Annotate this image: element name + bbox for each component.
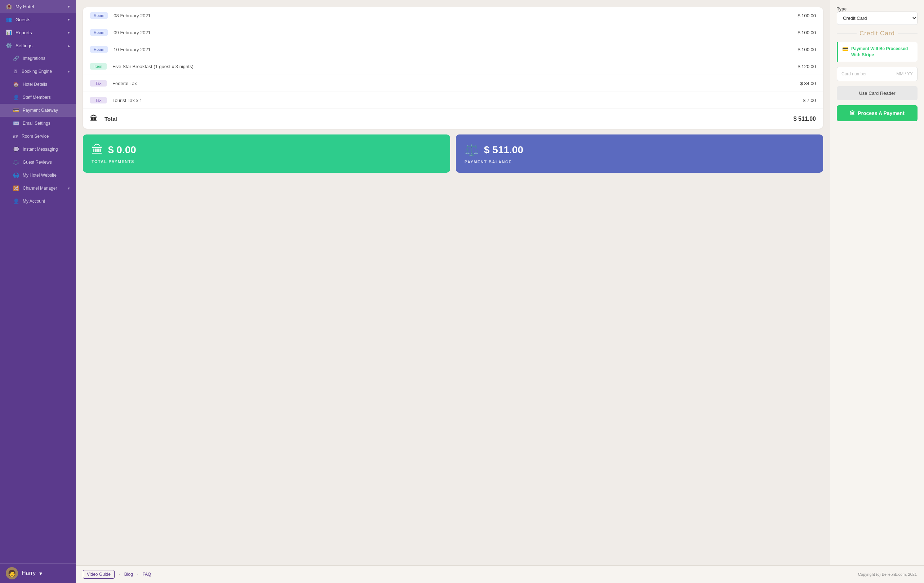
table-row: Room 10 February 2021 $ 100.00 — [83, 41, 823, 58]
sidebar-item-label: Booking Engine — [21, 69, 52, 74]
avatar: 🧑 — [6, 567, 18, 580]
chevron-icon: ▾ — [68, 4, 70, 9]
row-date: 09 February 2021 — [114, 30, 781, 35]
total-icon: 🏛 — [90, 115, 97, 123]
total-payments-top: 🏛 $ 0.00 — [92, 143, 441, 157]
type-select[interactable]: Credit Card Cash Bank Transfer Other — [837, 12, 917, 25]
row-amount: $ 100.00 — [787, 47, 816, 52]
sidebar-item-label: My Account — [23, 199, 45, 204]
stripe-notice: 💳 Payment Will Be Processed With Stripe — [837, 42, 917, 62]
sidebar-item-label: Instant Messaging — [23, 147, 58, 152]
dot-separator: · — [137, 573, 139, 576]
cc-title: Credit Card — [837, 30, 917, 37]
total-payments-amount: $ 0.00 — [108, 144, 136, 156]
table-row: Room 08 February 2021 $ 100.00 — [83, 7, 823, 24]
sidebar-item-label: Guests — [15, 17, 30, 22]
bank-icon: 🏛 — [92, 143, 103, 157]
sidebar-item-label: Room Service — [21, 134, 49, 139]
hotel-details-icon: 🏠 — [13, 81, 19, 87]
sidebar-item-label: Settings — [15, 43, 33, 48]
sidebar-item-label: Staff Members — [23, 95, 51, 100]
sidebar-item-my-hotel-website[interactable]: 🌐 My Hotel Website — [0, 169, 76, 182]
billing-table: Room 08 February 2021 $ 100.00 Room 09 F… — [83, 7, 823, 129]
sidebar-item-guest-reviews[interactable]: ⚖️ Guest Reviews — [0, 156, 76, 169]
badge-room: Room — [90, 29, 108, 36]
user-profile[interactable]: 🧑 Harry ▾ — [0, 563, 76, 583]
faq-link[interactable]: FAQ — [142, 572, 151, 577]
guests-icon: 👥 — [6, 17, 12, 22]
sidebar-item-my-account[interactable]: 👤 My Account — [0, 195, 76, 208]
type-label: Type — [837, 7, 917, 12]
total-row: 🏛 Total $ 511.00 — [83, 109, 823, 129]
row-amount: $ 7.00 — [787, 98, 816, 103]
expiry-placeholder: MM / YY — [896, 71, 913, 76]
user-chevron-icon: ▾ — [39, 570, 42, 577]
main-content: Room 08 February 2021 $ 100.00 Room 09 F… — [76, 0, 924, 583]
type-section: Type Credit Card Cash Bank Transfer Othe… — [837, 7, 917, 25]
center-panel: Room 08 February 2021 $ 100.00 Room 09 F… — [76, 0, 830, 565]
row-amount: $ 120.00 — [787, 64, 816, 69]
chevron-icon: ▾ — [68, 30, 70, 35]
table-row: Tax Federal Tax $ 84.00 — [83, 75, 823, 92]
process-payment-button[interactable]: 🏛 Process A Payment — [837, 105, 917, 121]
sidebar-item-instant-messaging[interactable]: 💬 Instant Messaging — [0, 143, 76, 156]
sidebar-item-hotel-details[interactable]: 🏠 Hotel Details — [0, 78, 76, 91]
total-payments-card: 🏛 $ 0.00 TOTAL PAYMENTS — [83, 134, 450, 173]
chevron-icon: ▴ — [68, 43, 70, 48]
sidebar-item-channel-manager[interactable]: 🔀 Channel Manager ▾ — [0, 182, 76, 195]
badge-room: Room — [90, 12, 108, 19]
hotel-icon: 🏨 — [6, 3, 12, 9]
room-service-icon: 🍽 — [13, 134, 18, 139]
website-icon: 🌐 — [13, 172, 19, 178]
sidebar-item-payment-gateway[interactable]: 💳 Payment Gateway — [0, 104, 76, 117]
reviews-icon: ⚖️ — [13, 159, 19, 165]
payment-balance-card: ⚖️ $ 511.00 PAYMENT BALANCE — [456, 134, 823, 173]
sidebar-item-integrations[interactable]: 🔗 Integrations — [0, 52, 76, 65]
table-row: Item Five Star Breakfast (1 guest x 3 ni… — [83, 58, 823, 75]
video-guide-link[interactable]: Video Guide — [83, 570, 115, 579]
payment-balance-label: PAYMENT BALANCE — [465, 160, 814, 164]
table-row: Room 09 February 2021 $ 100.00 — [83, 24, 823, 41]
blog-link[interactable]: Blog — [124, 572, 133, 577]
account-icon: 👤 — [13, 198, 19, 204]
sidebar-item-booking-engine[interactable]: 🖥 Booking Engine ▾ — [0, 65, 76, 78]
sidebar-item-settings[interactable]: ⚙️ Settings ▴ — [0, 39, 76, 52]
total-label: Total — [104, 116, 788, 122]
use-card-reader-button[interactable]: Use Card Reader — [837, 86, 917, 100]
row-desc: Tourist Tax x 1 — [112, 98, 781, 103]
footer: Video Guide · Blog · FAQ Copyright (c) B… — [76, 565, 924, 583]
sidebar-item-guests[interactable]: 👥 Guests ▾ — [0, 13, 76, 26]
content-area: Room 08 February 2021 $ 100.00 Room 09 F… — [76, 0, 924, 565]
copyright-text: Copyright (c) Bellebnb.com, 2021 — [858, 572, 917, 576]
sidebar-item-reports[interactable]: 📊 Reports ▾ — [0, 26, 76, 39]
badge-tax: Tax — [90, 80, 107, 86]
table-row: Tax Tourist Tax x 1 $ 7.00 — [83, 92, 823, 109]
sidebar-item-staff-members[interactable]: 👤 Staff Members — [0, 91, 76, 104]
sidebar-item-room-service[interactable]: 🍽 Room Service — [0, 130, 76, 143]
chevron-icon: ▾ — [68, 69, 70, 74]
process-payment-label: Process A Payment — [858, 110, 904, 116]
row-desc: Five Star Breakfast (1 guest x 3 nights) — [112, 64, 781, 69]
stripe-icon: 💳 — [842, 46, 848, 52]
balance-icon: ⚖️ — [465, 143, 479, 157]
row-date: 10 February 2021 — [114, 47, 781, 52]
sidebar-item-label: My Hotel Website — [23, 173, 56, 178]
row-amount: $ 100.00 — [787, 30, 816, 35]
staff-icon: 👤 — [13, 94, 19, 100]
payment-icon: 💳 — [13, 107, 19, 113]
process-bank-icon: 🏛 — [850, 110, 855, 116]
card-fields[interactable]: Card number MM / YY — [837, 67, 917, 81]
settings-icon: ⚙️ — [6, 43, 12, 48]
sidebar-item-label: Channel Manager — [23, 186, 57, 191]
total-payments-label: TOTAL PAYMENTS — [92, 159, 441, 164]
username-label: Harry — [21, 570, 36, 576]
sidebar-item-my-hotel[interactable]: 🏨 My Hotel ▾ — [0, 0, 76, 13]
booking-engine-icon: 🖥 — [13, 68, 18, 74]
summary-cards: 🏛 $ 0.00 TOTAL PAYMENTS ⚖️ $ 511.00 PAYM… — [83, 134, 823, 173]
sidebar-item-label: Guest Reviews — [23, 160, 52, 165]
dot-separator: · — [119, 573, 120, 576]
chevron-icon: ▾ — [68, 186, 70, 191]
row-date: 08 February 2021 — [114, 13, 781, 18]
payment-balance-top: ⚖️ $ 511.00 — [465, 143, 814, 157]
sidebar-item-email-settings[interactable]: ✉️ Email Settings — [0, 117, 76, 130]
